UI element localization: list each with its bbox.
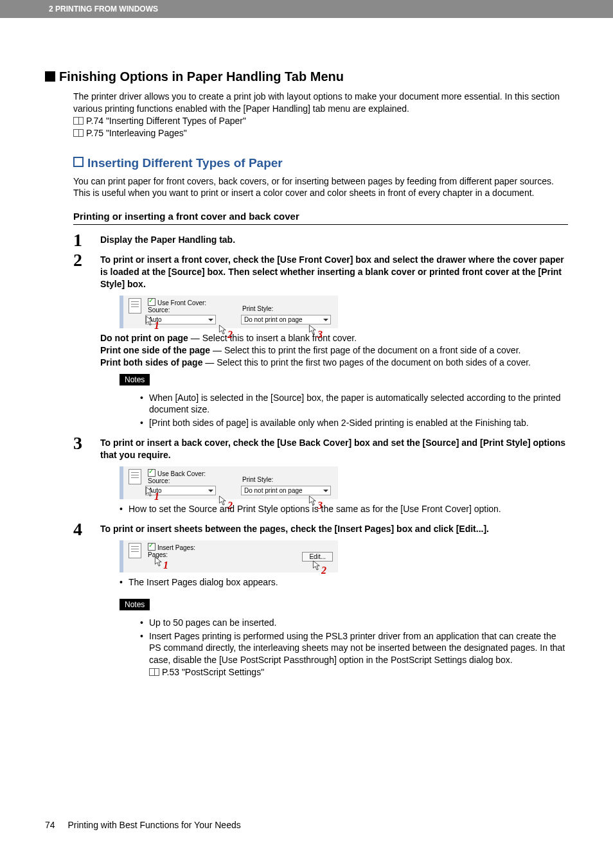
page-icon bbox=[129, 543, 141, 558]
chapter-title: 2 PRINTING FROM WINDOWS bbox=[49, 4, 158, 13]
notes-list: When [Auto] is selected in the [Source] … bbox=[140, 392, 568, 430]
cursor-icon bbox=[218, 324, 227, 335]
notes-tag: Notes bbox=[120, 599, 150, 610]
page-footer: 74 Printing with Best Functions for Your… bbox=[45, 820, 568, 830]
callout-number: 1 bbox=[163, 560, 168, 571]
hollow-square-icon bbox=[73, 157, 84, 167]
steps-list: Display the Paper Handling tab. To print… bbox=[73, 234, 568, 678]
step-after-list: The Insert Pages dialog box appears. bbox=[120, 576, 568, 589]
note-item: Up to 50 pages can be inserted. bbox=[140, 617, 568, 629]
book-icon bbox=[149, 668, 159, 676]
h1-text: Finishing Options in Paper Handling Tab … bbox=[59, 69, 344, 84]
notes-list: Up to 50 pages can be inserted. Insert P… bbox=[140, 617, 568, 678]
note-item: When [Auto] is selected in the [Source] … bbox=[140, 392, 568, 416]
intro-ref-2: P.75 "Interleaving Pages" bbox=[73, 127, 568, 139]
checkbox-icon bbox=[148, 469, 155, 477]
chk-label: Use Front Cover: bbox=[157, 299, 206, 306]
step-after-list: How to set the Source and Print Style op… bbox=[120, 503, 568, 515]
page-icon bbox=[129, 298, 141, 314]
note-ref: P.53 "PostScript Settings" bbox=[162, 667, 264, 677]
step-title: Display the Paper Handling tab. bbox=[100, 234, 568, 246]
callout-number: 1 bbox=[154, 491, 159, 502]
step-title: To print or insert a back cover, check t… bbox=[100, 437, 568, 461]
cursor-icon bbox=[154, 556, 163, 567]
callout-number: 3 bbox=[317, 329, 323, 341]
intro-ref-1: P.74 "Inserting Different Types of Paper… bbox=[73, 115, 568, 127]
footer-title: Printing with Best Functions for Your Ne… bbox=[67, 820, 240, 830]
figure-front-cover: Use Front Cover: Source: Print Style: Au… bbox=[120, 296, 338, 328]
notes-tag: Notes bbox=[120, 374, 150, 385]
step-2: To print or insert a front cover, check … bbox=[73, 254, 568, 429]
chk-label: Use Back Cover: bbox=[157, 470, 206, 477]
note-item: Insert Pages printing is performed using… bbox=[140, 630, 568, 679]
cursor-icon bbox=[308, 324, 317, 335]
callout-number: 1 bbox=[154, 320, 159, 332]
checkbox-icon bbox=[148, 298, 155, 306]
bullet-square-icon bbox=[45, 71, 55, 82]
step-desc: Do not print on page — Select this to in… bbox=[100, 332, 568, 369]
h2-text: Inserting Different Types of Paper bbox=[87, 156, 283, 170]
intro-block: The printer driver allows you to create … bbox=[73, 91, 568, 139]
doc-header: 2 PRINTING FROM WINDOWS bbox=[0, 0, 613, 18]
printstyle-label: Print Style: bbox=[242, 305, 333, 312]
step-1: Display the Paper Handling tab. bbox=[73, 234, 568, 246]
heading-1: Finishing Options in Paper Handling Tab … bbox=[45, 69, 568, 84]
heading-2: Inserting Different Types of Paper bbox=[73, 156, 568, 170]
printstyle-label: Print Style: bbox=[242, 476, 333, 483]
source-label: Source: bbox=[148, 477, 238, 484]
after-item: How to set the Source and Print Style op… bbox=[120, 503, 568, 515]
step-3: To print or insert a back cover, check t… bbox=[73, 437, 568, 515]
figure-insert-pages: Insert Pages: Pages: Edit... 1 2 bbox=[120, 540, 338, 572]
note-item: [Print both sides of page] is available … bbox=[140, 417, 568, 429]
figure-back-cover: Use Back Cover: Source: Print Style: Aut… bbox=[120, 466, 338, 499]
step-title: To print or insert sheets between the pa… bbox=[100, 523, 568, 535]
callout-number: 2 bbox=[321, 565, 326, 576]
step-4: To print or insert sheets between the pa… bbox=[73, 523, 568, 678]
intro-text: The printer driver allows you to create … bbox=[73, 91, 568, 115]
chk-label: Insert Pages: bbox=[157, 544, 195, 551]
cursor-icon bbox=[145, 486, 154, 497]
cursor-icon bbox=[145, 315, 154, 326]
page-icon bbox=[129, 469, 141, 484]
page-content: Finishing Options in Paper Handling Tab … bbox=[0, 18, 613, 849]
checkbox-icon bbox=[148, 543, 155, 551]
page-number: 74 bbox=[45, 820, 55, 830]
cursor-icon bbox=[312, 560, 321, 571]
book-icon bbox=[73, 117, 84, 125]
book-icon bbox=[73, 129, 84, 137]
callout-number: 2 bbox=[227, 329, 233, 341]
paragraph: You can print paper for front covers, ba… bbox=[73, 175, 568, 200]
printstyle-dropdown[interactable]: Do not print on page bbox=[241, 486, 331, 495]
printstyle-dropdown[interactable]: Do not print on page bbox=[241, 315, 331, 324]
source-label: Source: bbox=[148, 306, 238, 314]
after-item: The Insert Pages dialog box appears. bbox=[120, 576, 568, 589]
divider bbox=[73, 224, 568, 225]
step-title: To print or insert a front cover, check … bbox=[100, 254, 568, 290]
heading-3: Printing or inserting a front cover and … bbox=[73, 211, 568, 222]
